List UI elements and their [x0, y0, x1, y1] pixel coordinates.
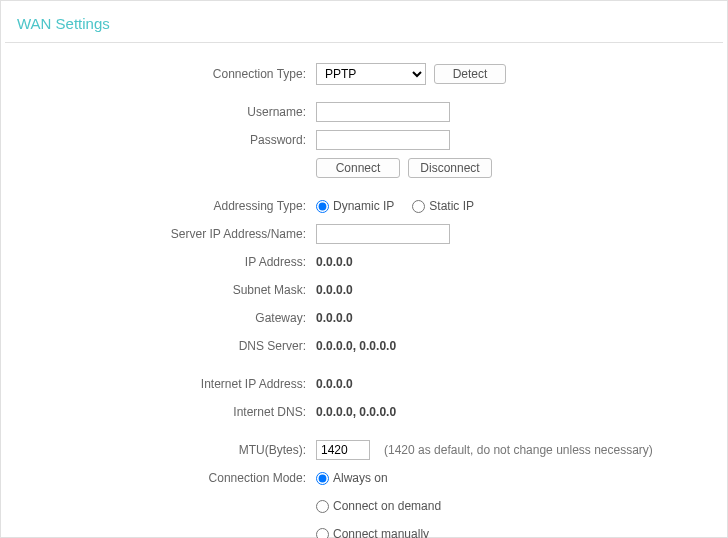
label-gateway: Gateway:: [1, 311, 316, 325]
value-dns-server: 0.0.0.0, 0.0.0.0: [316, 339, 396, 353]
label-username: Username:: [1, 105, 316, 119]
label-connection-mode: Connection Mode:: [1, 471, 316, 485]
conn-mode-demand-label: Connect on demand: [333, 499, 441, 513]
label-server-ip: Server IP Address/Name:: [1, 227, 316, 241]
label-password: Password:: [1, 133, 316, 147]
connection-type-select[interactable]: PPTP: [316, 63, 426, 85]
value-subnet-mask: 0.0.0.0: [316, 283, 353, 297]
mtu-input[interactable]: [316, 440, 370, 460]
form-area: Connection Type: PPTP Detect Username: P…: [1, 43, 727, 538]
label-internet-ip: Internet IP Address:: [1, 377, 316, 391]
conn-mode-always-radio[interactable]: [316, 472, 329, 485]
page-title: WAN Settings: [1, 1, 727, 42]
conn-mode-manual-label: Connect manually: [333, 527, 429, 538]
addressing-dynamic-radio[interactable]: [316, 200, 329, 213]
mtu-hint: (1420 as default, do not change unless n…: [384, 443, 653, 457]
connect-button[interactable]: Connect: [316, 158, 400, 178]
label-addressing-type: Addressing Type:: [1, 199, 316, 213]
label-internet-dns: Internet DNS:: [1, 405, 316, 419]
username-input[interactable]: [316, 102, 450, 122]
value-internet-dns: 0.0.0.0, 0.0.0.0: [316, 405, 396, 419]
value-gateway: 0.0.0.0: [316, 311, 353, 325]
addressing-static-option[interactable]: Static IP: [412, 199, 474, 213]
label-dns-server: DNS Server:: [1, 339, 316, 353]
wan-settings-panel: WAN Settings Connection Type: PPTP Detec…: [0, 0, 728, 538]
server-ip-input[interactable]: [316, 224, 450, 244]
disconnect-button[interactable]: Disconnect: [408, 158, 492, 178]
addressing-static-label: Static IP: [429, 199, 474, 213]
conn-mode-manual-radio[interactable]: [316, 528, 329, 539]
label-ip-address: IP Address:: [1, 255, 316, 269]
detect-button[interactable]: Detect: [434, 64, 506, 84]
addressing-dynamic-option[interactable]: Dynamic IP: [316, 199, 394, 213]
conn-mode-demand-radio[interactable]: [316, 500, 329, 513]
password-input[interactable]: [316, 130, 450, 150]
addressing-static-radio[interactable]: [412, 200, 425, 213]
conn-mode-always-label: Always on: [333, 471, 388, 485]
conn-mode-demand-option[interactable]: Connect on demand: [316, 499, 441, 513]
value-internet-ip: 0.0.0.0: [316, 377, 353, 391]
label-subnet-mask: Subnet Mask:: [1, 283, 316, 297]
addressing-dynamic-label: Dynamic IP: [333, 199, 394, 213]
conn-mode-manual-option[interactable]: Connect manually: [316, 527, 429, 538]
label-connection-type: Connection Type:: [1, 67, 316, 81]
label-mtu: MTU(Bytes):: [1, 443, 316, 457]
value-ip-address: 0.0.0.0: [316, 255, 353, 269]
conn-mode-always-option[interactable]: Always on: [316, 471, 388, 485]
